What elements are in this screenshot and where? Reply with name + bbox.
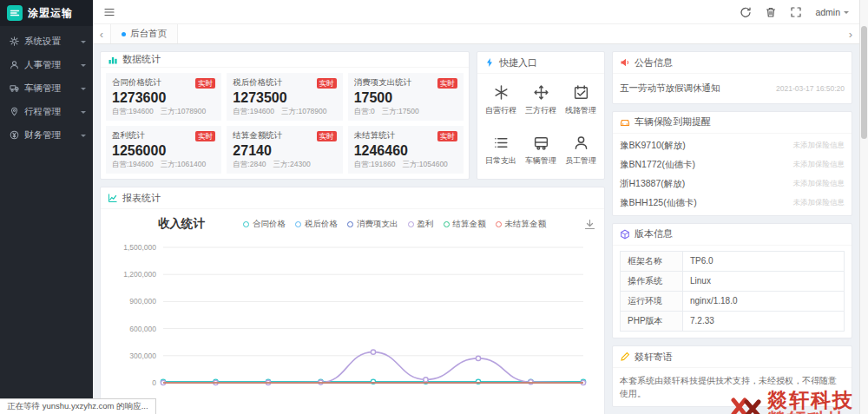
stat-card-value: 1273600: [112, 90, 215, 106]
sidebar-menu: 系统设置 人事管理 车辆管理 行程管理 财务管理: [0, 26, 93, 147]
stat-card: 盈利统计实时 1256000 自营:194600三方:1061400: [106, 126, 221, 174]
person-icon: [573, 135, 589, 151]
stat-card: 结算金额统计实时 27140 自营:2840三方:24300: [227, 126, 342, 174]
vendor-watermark: 燚轩科技 燚轩科技: [729, 390, 854, 414]
quick-item-daily-expense[interactable]: 日常支出: [481, 126, 521, 176]
legend-item[interactable]: 未结算金额: [496, 219, 547, 230]
realtime-badge: 实时: [437, 78, 457, 89]
sidebar-item-system-settings[interactable]: 系统设置: [0, 30, 93, 53]
insurance-note: 未添加保险信息: [793, 141, 845, 151]
sidebar-item-label: 财务管理: [24, 129, 61, 141]
tab-label: 后台首页: [130, 28, 167, 40]
pencil-icon: [620, 352, 630, 362]
chart-header: 收入统计 合同价格 税后价格 消费项支出 盈利 结算金额 未结算金额: [109, 213, 595, 235]
quick-entry-grid: 自营行程 三方行程 线路管理 日常支出: [477, 74, 604, 179]
version-table: 框架名称TP6.0 操作系统Linux 运行环境nginx/1.18.0 PHP…: [620, 251, 845, 332]
realtime-badge: 实时: [317, 131, 337, 141]
legend-item[interactable]: 消费项支出: [347, 219, 398, 230]
stat-card: 税后价格统计实时 1273500 自营:194600三方:1078900: [227, 73, 342, 121]
app-logo[interactable]: 涂盟运输: [0, 0, 93, 26]
vehicle-plate: 豫BHH125(仙德卡): [620, 197, 697, 209]
insurance-row[interactable]: 豫BN1772(仙德卡) 未添加保险信息: [613, 155, 852, 174]
insurance-row[interactable]: 豫BK9710(解放) 未添加保险信息: [613, 136, 852, 155]
sidebar-item-trip[interactable]: 行程管理: [0, 100, 93, 123]
stat-card-self: 自营:191860: [354, 160, 396, 170]
stat-card-value: 17500: [354, 90, 457, 106]
user-menu[interactable]: admin: [815, 7, 849, 17]
browser-status-bar: 正在等待 yunshu.yxzyhz.com 的响应...: [0, 398, 156, 414]
sidebar-item-label: 车辆管理: [24, 82, 61, 95]
insurance-row[interactable]: 浙H13887(解放) 未添加保险信息: [613, 174, 852, 194]
stat-card-name: 税后价格统计: [233, 77, 282, 89]
legend-item[interactable]: 盈利: [408, 219, 434, 230]
sidebar-item-vehicle[interactable]: 车辆管理: [0, 76, 93, 100]
route-pin-icon: [10, 107, 19, 116]
sidebar-item-label: 行程管理: [24, 106, 61, 118]
panel-header: 版本信息: [613, 224, 852, 246]
panel-header: 数据统计: [101, 52, 469, 68]
stat-card-name: 结算金额统计: [233, 130, 282, 141]
scrollbar-thumb[interactable]: [861, 26, 867, 139]
user-icon: [10, 60, 19, 69]
quick-item-staff-manage[interactable]: 员工管理: [561, 126, 601, 176]
stat-card-value: 1273500: [233, 90, 336, 106]
sidebar-item-label: 系统设置: [24, 36, 61, 48]
fullscreen-icon[interactable]: [790, 6, 802, 18]
legend-item[interactable]: 税后价格: [295, 219, 338, 230]
chevron-down-icon: [81, 135, 86, 140]
notice-item[interactable]: 五一劳动节放假调休通知 2021-03-17 16:50:20: [613, 74, 852, 103]
realtime-badge: 实时: [437, 131, 457, 141]
legend-marker: [243, 221, 249, 227]
stat-card-name: 盈利统计: [112, 130, 145, 141]
realtime-badge: 实时: [195, 131, 215, 141]
vendor-logo-icon: [729, 390, 764, 414]
quick-item-third-trip[interactable]: 三方行程: [521, 76, 561, 126]
legend-item[interactable]: 合同价格: [243, 219, 286, 230]
active-tab-dot: [122, 32, 126, 36]
bar-chart-icon: [108, 55, 118, 65]
refresh-icon[interactable]: [740, 6, 752, 18]
sidebar-item-finance[interactable]: 财务管理: [0, 123, 93, 147]
svg-text:300,000: 300,000: [129, 352, 156, 360]
panel-title: 快捷入口: [499, 56, 537, 69]
insurance-note: 未添加保险信息: [793, 198, 845, 208]
horn-icon: [620, 57, 630, 68]
legend-item[interactable]: 结算金额: [444, 219, 486, 230]
chevron-down-icon: [81, 64, 86, 69]
stat-card-name: 未结算统计: [354, 130, 396, 141]
lightning-icon: [484, 57, 495, 68]
insurance-note: 未添加保险信息: [793, 160, 845, 170]
quick-item-vehicle-manage[interactable]: 车辆管理: [521, 126, 561, 176]
insurance-row[interactable]: 豫BHH125(仙德卡) 未添加保险信息: [613, 194, 852, 213]
username: admin: [815, 7, 840, 17]
quick-item-route-manage[interactable]: 线路管理: [561, 76, 601, 126]
stat-card: 消费项支出统计实时 17500 自营:0三方:17500: [348, 73, 464, 121]
panel-header: 公告信息: [613, 52, 852, 74]
legend-marker: [496, 221, 502, 227]
sidebar-item-label: 人事管理: [24, 59, 61, 71]
insurance-reminder-panel: 车辆保险到期提醒 豫BK9710(解放) 未添加保险信息 豫BN1772(仙德卡…: [612, 111, 852, 216]
report-body: 收入统计 合同价格 税后价格 消费项支出 盈利 结算金额 未结算金额 0300,…: [101, 209, 604, 414]
bus-icon: [533, 135, 549, 151]
collapse-menu-icon[interactable]: [103, 6, 115, 18]
vehicle-plate: 豫BK9710(解放): [620, 140, 686, 152]
version-row: 操作系统Linux: [621, 271, 845, 291]
quick-item-self-trip[interactable]: 自营行程: [481, 76, 521, 126]
version-row: 框架名称TP6.0: [621, 251, 845, 271]
download-chart-icon[interactable]: [584, 219, 595, 230]
left-column: 数据统计 合同价格统计实时 1273600 自营:194600三方:107890…: [100, 51, 605, 407]
clear-cache-icon[interactable]: [765, 6, 777, 18]
panel-header: 燚轩寄语: [613, 346, 852, 368]
tabs-scroll-right[interactable]: ›: [842, 24, 859, 43]
realtime-badge: 实时: [317, 78, 337, 89]
car-icon: [620, 117, 630, 128]
report-statistics-panel: 报表统计 收入统计 合同价格 税后价格 消费项支出 盈利 结算金额 未结算金额 …: [100, 187, 605, 414]
sidebar-item-hr[interactable]: 人事管理: [0, 53, 93, 76]
panel-title: 公告信息: [635, 56, 673, 69]
tabs-scroll-left[interactable]: ‹: [93, 24, 110, 43]
tab-dashboard-home[interactable]: 后台首页: [110, 24, 178, 43]
vehicle-plate: 豫BN1772(仙德卡): [620, 159, 695, 171]
panel-header: 报表统计: [101, 187, 604, 209]
browser-scrollbar[interactable]: [859, 0, 868, 414]
income-line-chart[interactable]: 0300,000600,000900,0001,200,0001,500,000: [109, 235, 594, 414]
